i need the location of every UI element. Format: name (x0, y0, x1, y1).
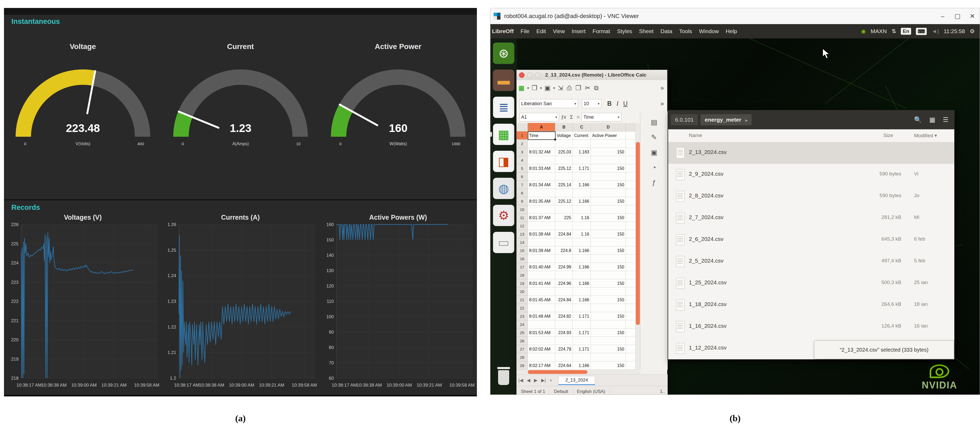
cell-D19[interactable]: 150 (591, 279, 626, 287)
cell-D29[interactable]: 150 (591, 361, 626, 370)
row-header-15[interactable]: 15 (517, 246, 528, 255)
row-header-13[interactable]: 13 (517, 230, 528, 238)
cell-B22[interactable] (555, 304, 573, 312)
function-wizard-icon[interactable]: ƒx (561, 114, 566, 120)
cell-D22[interactable] (591, 304, 626, 312)
cell-B29[interactable]: 224.64 (555, 361, 573, 370)
cell-A11[interactable]: 8:01:37 AM (528, 214, 555, 222)
row-header-19[interactable]: 19 (517, 279, 528, 287)
row-header-26[interactable]: 26 (517, 337, 528, 345)
menu-edit[interactable]: Edit (536, 28, 546, 34)
cell-B28[interactable] (555, 353, 573, 361)
cell-D17[interactable]: 150 (591, 263, 626, 271)
row-header-18[interactable]: 18 (517, 271, 528, 279)
cell-C2[interactable] (573, 140, 591, 148)
cell-D2[interactable] (591, 140, 626, 148)
row-header-9[interactable]: 9 (517, 197, 528, 205)
name-box[interactable]: A1▾ (519, 113, 559, 121)
cell-D23[interactable]: 150 (591, 312, 626, 321)
dock-files-app[interactable]: ▬ (493, 70, 514, 91)
dock-remote-viewer[interactable]: ◍ (493, 178, 514, 199)
dock-libreoffice-calc[interactable]: ▦ (493, 124, 514, 145)
search-icon[interactable]: 🔍 (914, 116, 922, 123)
cell-D20[interactable] (591, 287, 626, 296)
row-header-24[interactable]: 24 (517, 321, 528, 329)
cell-D6[interactable] (591, 172, 626, 181)
dock-whiteboard[interactable]: ▭ (493, 232, 514, 253)
print-icon[interactable]: ⎙ (567, 84, 572, 92)
equals-icon[interactable]: = (577, 114, 580, 120)
cell-B3[interactable]: 225.03 (555, 148, 573, 156)
cell-C23[interactable]: 1.171 (573, 312, 591, 321)
cell-B21[interactable]: 224.84 (555, 296, 573, 304)
trash-icon[interactable] (494, 367, 513, 389)
cell-C21[interactable]: 1.166 (573, 296, 591, 304)
file-row-1_25_2024.csv[interactable]: 1_25_2024.csv500,3 kB25 ian (668, 273, 954, 294)
cell-A19[interactable]: 8:01:41 AM (528, 279, 555, 287)
sheet-nav-+[interactable]: + (549, 378, 552, 383)
cell-A16[interactable] (528, 255, 555, 263)
dropdown-caret[interactable]: ▾ (553, 86, 555, 90)
cell-C18[interactable] (573, 271, 591, 279)
cell-D21[interactable]: 150 (591, 296, 626, 304)
vnc-titlebar[interactable]: robot004.acugal.ro (adi@adi-desktop) - V… (490, 8, 980, 24)
font-size-combo[interactable]: 10▾ (582, 99, 601, 108)
cell-D16[interactable] (591, 255, 626, 263)
cell-D18[interactable] (591, 271, 626, 279)
cell-C1[interactable]: Current (573, 131, 591, 140)
cell-D4[interactable] (591, 156, 626, 164)
cell-C5[interactable]: 1.171 (573, 164, 591, 172)
overflow-icon[interactable]: » (660, 84, 664, 92)
sidebar-styles-icon[interactable]: ✎ (640, 133, 668, 142)
italic-button[interactable]: I (617, 100, 619, 107)
column-header-C[interactable]: C (573, 123, 591, 131)
column-size[interactable]: Size (883, 132, 893, 138)
sidebar-functions-icon[interactable]: ƒ (640, 179, 668, 187)
sheet-nav-[interactable]: ◀ (527, 378, 530, 383)
cell-B14[interactable] (555, 238, 573, 246)
breadcrumb-host[interactable]: 6.0.101 (671, 114, 698, 125)
cell-A3[interactable]: 8:01:32 AM (528, 148, 555, 156)
sheet-tab[interactable]: 2_13_2024 (558, 376, 595, 385)
cell-B27[interactable]: 224.79 (555, 345, 573, 353)
bold-button[interactable]: B (607, 100, 612, 107)
cell-D9[interactable]: 150 (591, 197, 626, 205)
file-row-2_9_2024.csv[interactable]: 2_9_2024.csv590 bytesVi (668, 164, 954, 185)
column-modified[interactable]: Modified ▾ (914, 132, 937, 139)
cell-B4[interactable] (555, 156, 573, 164)
cell-C8[interactable] (573, 189, 591, 197)
menu-insert[interactable]: Insert (572, 28, 586, 34)
cell-C12[interactable] (573, 222, 591, 230)
file-row-2_5_2024.csv[interactable]: 2_5_2024.csv497,4 kB5 feb (668, 251, 954, 273)
cell-D5[interactable]: 150 (591, 164, 626, 172)
cell-B25[interactable]: 224.93 (555, 329, 573, 337)
file-row-1_18_2024.csv[interactable]: 1_18_2024.csv264,6 kB18 ian (668, 294, 954, 316)
dock-libreoffice-writer[interactable]: ≣ (493, 97, 514, 118)
cell-A22[interactable] (528, 304, 555, 312)
cell-B24[interactable] (555, 321, 573, 329)
cell-A10[interactable] (528, 205, 555, 214)
menu-format[interactable]: Format (592, 28, 610, 34)
minimize-icon[interactable] (527, 72, 533, 78)
cell-D27[interactable]: 150 (591, 345, 626, 353)
column-name[interactable]: Name (689, 132, 702, 138)
menu-data[interactable]: Data (660, 28, 672, 34)
cell-D10[interactable] (591, 205, 626, 214)
open-icon[interactable]: ❒ (532, 84, 538, 92)
cell-A25[interactable]: 8:01:53 AM (528, 329, 555, 337)
cell-C10[interactable] (573, 205, 591, 214)
print-preview-icon[interactable]: ❐ (576, 84, 581, 92)
column-header-D[interactable]: D (591, 123, 626, 131)
cell-C11[interactable]: 1.16 (573, 214, 591, 222)
column-header-B[interactable]: B (555, 123, 573, 131)
cell-A29[interactable]: 8:02:17 AM (528, 361, 555, 370)
cell-B2[interactable] (555, 140, 573, 148)
cell-D15[interactable]: 150 (591, 246, 626, 255)
row-header-7[interactable]: 7 (517, 181, 528, 189)
cell-B10[interactable] (555, 205, 573, 214)
cell-C25[interactable]: 1.171 (573, 329, 591, 337)
cell-C13[interactable]: 1.16 (573, 230, 591, 238)
cell-B7[interactable]: 225.14 (555, 181, 573, 189)
cut-icon[interactable]: ✂ (585, 84, 590, 92)
cell-B6[interactable] (555, 172, 573, 181)
